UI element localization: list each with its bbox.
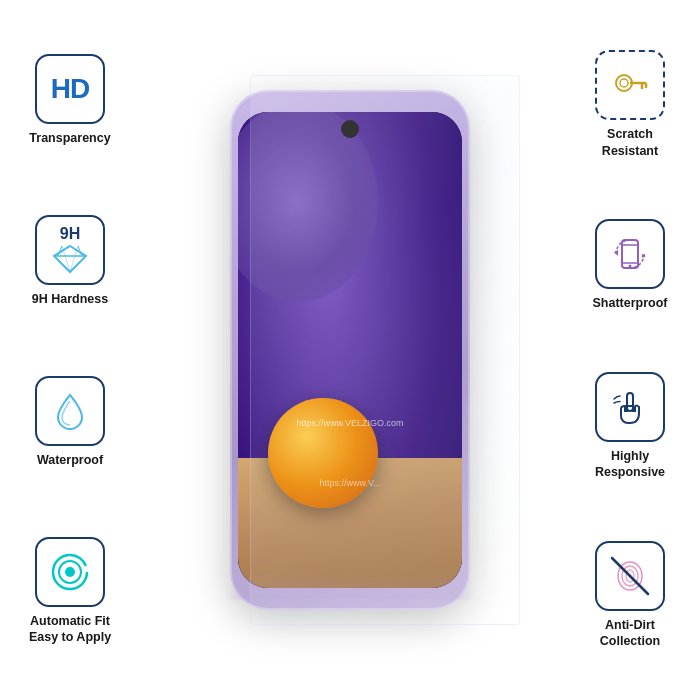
svg-rect-14 <box>622 240 638 268</box>
right-features: Scratch Resistant Shatterproof <box>560 0 700 700</box>
antidirt-label: Anti-Dirt Collection <box>600 617 660 650</box>
feature-scratch-resistant: Scratch Resistant <box>595 50 665 159</box>
touch-svg <box>608 385 652 429</box>
feature-hd-transparency: HD Transparency <box>29 54 110 146</box>
scratch-icon-box <box>595 50 665 120</box>
shatterproof-label: Shatterproof <box>593 295 668 311</box>
autofit-svg <box>48 550 92 594</box>
scratch-label: Scratch Resistant <box>602 126 658 159</box>
hd-label: Transparency <box>29 130 110 146</box>
feature-anti-dirt: Anti-Dirt Collection <box>595 541 665 650</box>
svg-point-10 <box>620 79 628 87</box>
9h-icon-box: 9H <box>35 215 105 285</box>
diamond-svg <box>52 244 88 274</box>
feature-auto-fit: Automatic Fit Easy to Apply <box>29 537 111 646</box>
waterproof-label: Waterproof <box>37 452 103 468</box>
svg-point-9 <box>616 75 632 91</box>
feature-shatterproof: Shatterproof <box>593 219 668 311</box>
svg-point-17 <box>629 265 632 268</box>
left-features: HD Transparency 9H 9H H <box>0 0 140 700</box>
9h-label: 9H Hardness <box>32 291 108 307</box>
phone-body: https://www.VELZIGO.com https://www.V... <box>230 90 470 610</box>
autofit-label: Automatic Fit Easy to Apply <box>29 613 111 646</box>
hd-icon: HD <box>51 75 89 103</box>
phone-reflection <box>230 570 470 600</box>
phone-notch <box>341 120 359 138</box>
fingerprint-svg <box>608 554 652 598</box>
antidirt-icon-box <box>595 541 665 611</box>
svg-marker-0 <box>54 246 86 272</box>
phone-display: https://www.VELZIGO.com https://www.V... <box>180 30 520 670</box>
svg-point-8 <box>65 567 75 577</box>
watermark-text: https://www.VELZIGO.com <box>248 418 452 428</box>
watermark-text2: https://www.V... <box>248 478 452 488</box>
waterdrop-icon-box <box>35 376 105 446</box>
phone-rotate-svg <box>608 232 652 276</box>
touch-icon-box <box>595 372 665 442</box>
hd-icon-box: HD <box>35 54 105 124</box>
feature-highly-responsive: Highly Responsive <box>595 372 665 481</box>
diamond-icon: 9H <box>52 226 88 274</box>
key-svg <box>608 63 652 107</box>
product-page: HD Transparency 9H 9H H <box>0 0 700 700</box>
waterdrop-svg <box>48 389 92 433</box>
feature-9h-hardness: 9H 9H Hardness <box>32 215 108 307</box>
autofit-icon-box <box>35 537 105 607</box>
phone-screen: https://www.VELZIGO.com https://www.V... <box>238 112 462 588</box>
feature-waterproof: Waterproof <box>35 376 105 468</box>
responsive-label: Highly Responsive <box>595 448 665 481</box>
shatterproof-icon-box <box>595 219 665 289</box>
